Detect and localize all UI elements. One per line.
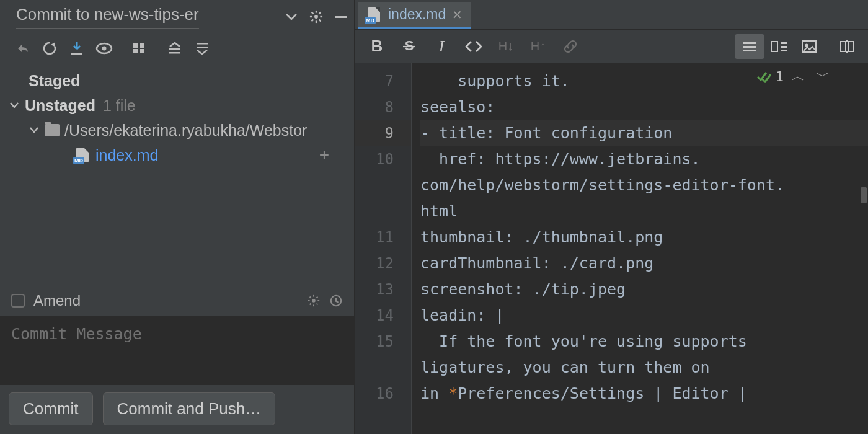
svg-rect-42 (841, 42, 846, 51)
editor-area: MD index.md ✕ B S I H↓ H↑ 7 8 9 10 11 (355, 0, 868, 434)
expand-all-icon[interactable] (162, 37, 187, 60)
inspection-indicator[interactable]: 1 ︿ ﹀ (756, 67, 833, 86)
commit-button[interactable]: Commit (9, 392, 93, 425)
chevron-down-icon (29, 126, 40, 134)
stage-download-icon[interactable] (64, 37, 89, 60)
chevron-down-icon (9, 102, 20, 109)
svg-rect-35 (743, 50, 756, 51)
svg-line-6 (319, 20, 321, 22)
group-by-icon[interactable] (127, 37, 152, 60)
svg-rect-13 (133, 43, 138, 48)
commit-branch-selector[interactable]: Commit to new-ws-tips-er (16, 5, 199, 29)
commit-toolbar (0, 32, 354, 64)
scrollbar-thumb[interactable] (861, 187, 867, 203)
line-number (355, 355, 411, 381)
rollback-icon[interactable] (10, 37, 35, 60)
collapse-all-icon[interactable] (190, 37, 215, 60)
code-line: seealso: (420, 94, 868, 120)
svg-rect-37 (781, 42, 787, 44)
header-increase-icon: H↑ (522, 34, 554, 59)
svg-line-26 (310, 296, 311, 298)
view-editor-only-icon[interactable] (735, 34, 764, 59)
svg-rect-43 (848, 42, 853, 51)
svg-point-0 (314, 15, 318, 19)
svg-rect-15 (140, 43, 144, 48)
svg-line-5 (312, 12, 314, 14)
commit-history-icon[interactable] (329, 294, 343, 308)
code-line: in *Preferences/Settings | Editor | (420, 381, 868, 407)
settings-gear-icon[interactable] (309, 10, 323, 24)
svg-point-12 (102, 46, 107, 50)
tab-index-md[interactable]: MD index.md ✕ (358, 2, 471, 29)
line-number: 15 (355, 329, 411, 355)
svg-line-27 (317, 303, 318, 304)
svg-rect-36 (771, 42, 777, 51)
svg-rect-17 (169, 48, 180, 50)
line-number: 8 (355, 94, 411, 120)
staged-node[interactable]: Staged (0, 68, 354, 93)
commit-message-area: Commit Commit and Push… (0, 316, 354, 435)
commit-options-gear-icon[interactable] (307, 294, 321, 308)
inspection-ok-icon (756, 69, 772, 83)
line-number: 10 (355, 146, 411, 172)
view-preview-only-icon[interactable] (794, 34, 824, 59)
branch-switch-chevron-icon[interactable] (285, 10, 298, 24)
svg-rect-39 (781, 50, 787, 51)
editor-body: 7 8 9 10 11 12 13 14 15 16 1 ︿ ﹀ support… (355, 63, 868, 434)
link-icon (554, 34, 587, 59)
prev-highlight-icon[interactable]: ︿ (787, 67, 808, 86)
svg-rect-38 (781, 46, 787, 48)
folder-icon (45, 124, 60, 136)
line-number: 16 (355, 381, 411, 407)
preview-diff-icon[interactable] (92, 37, 117, 60)
amend-checkbox[interactable] (11, 294, 25, 308)
bold-icon[interactable]: B (361, 34, 393, 59)
svg-rect-19 (197, 43, 208, 45)
strikethrough-icon[interactable]: S (393, 34, 425, 59)
code-line: thumbnail: ./thumbnail.png (420, 224, 868, 250)
svg-point-41 (805, 43, 808, 46)
code-line: leadin: | (420, 303, 868, 329)
line-number: 11 (355, 224, 411, 250)
inspection-count: 1 (776, 69, 784, 84)
svg-rect-16 (140, 49, 144, 53)
code-line: cardThumbnail: ./card.png (420, 250, 868, 277)
svg-line-8 (319, 12, 321, 14)
path-label: /Users/ekaterina.ryabukha/Webstor (64, 122, 307, 140)
unstaged-count: 1 file (103, 97, 136, 115)
code-line: - title: Font configuration (420, 120, 868, 146)
code-icon[interactable] (458, 34, 490, 59)
svg-line-29 (317, 296, 318, 298)
amend-row: Amend (0, 286, 354, 316)
italic-icon[interactable]: I (425, 34, 458, 59)
svg-rect-33 (743, 42, 756, 44)
scroll-sync-icon[interactable] (832, 34, 862, 59)
line-number: 9 (355, 120, 411, 146)
svg-line-28 (310, 303, 311, 304)
line-number: 13 (355, 277, 411, 303)
close-tab-icon[interactable]: ✕ (452, 7, 463, 22)
stage-file-plus-icon[interactable]: + (319, 145, 344, 165)
unstaged-label: Unstaged (25, 97, 95, 115)
svg-rect-9 (335, 16, 347, 18)
commit-message-input[interactable] (0, 316, 354, 386)
commit-header: Commit to new-ws-tips-er (0, 0, 354, 32)
view-editor-preview-icon[interactable] (764, 34, 794, 59)
staged-label: Staged (29, 72, 80, 90)
code-line: ligatures, you can turn them on (420, 355, 868, 381)
next-highlight-icon[interactable]: ﹀ (812, 67, 833, 86)
svg-point-21 (312, 299, 316, 303)
minimize-icon[interactable] (334, 10, 348, 24)
file-node[interactable]: MD index.md + (0, 143, 354, 167)
header-decrease-icon: H↓ (490, 34, 522, 59)
path-node[interactable]: /Users/ekaterina.ryabukha/Webstor (0, 118, 354, 143)
code-line: screenshot: ./tip.jpeg (420, 277, 868, 303)
refresh-icon[interactable] (37, 37, 62, 60)
code-area[interactable]: 1 ︿ ﹀ supports it. seealso: - title: Fon… (412, 63, 868, 434)
unstaged-node[interactable]: Unstaged 1 file (0, 93, 354, 118)
svg-rect-14 (133, 49, 138, 53)
commit-and-push-button[interactable]: Commit and Push… (103, 392, 276, 425)
markdown-bold-marker: * (448, 384, 458, 402)
line-number (355, 172, 411, 198)
code-line: If the font you're using supports (420, 329, 868, 355)
